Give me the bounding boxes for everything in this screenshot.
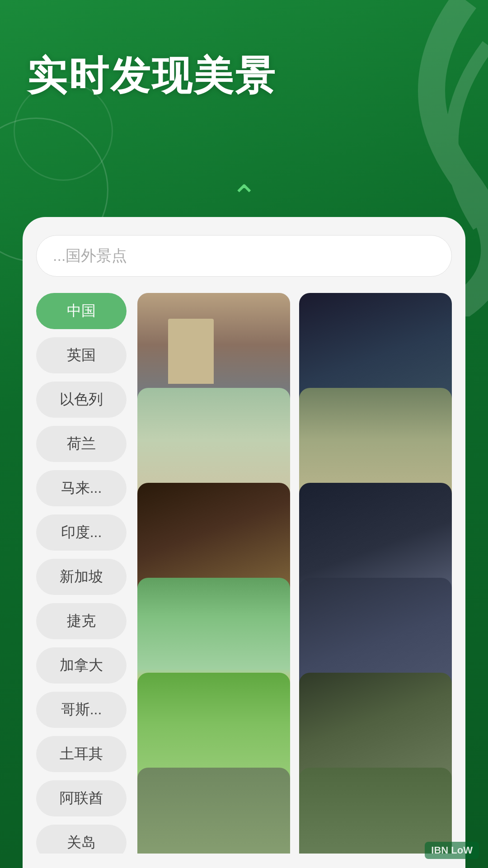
main-card: ...国外景点 中国英国以色列荷兰马来...印度...新加坡捷克加拿大哥斯...… bbox=[23, 217, 465, 868]
search-bar[interactable]: ...国外景点 bbox=[36, 235, 452, 277]
sidebar: 中国英国以色列荷兰马来...印度...新加坡捷克加拿大哥斯...土耳其阿联酋关岛… bbox=[36, 293, 127, 854]
sidebar-item-china[interactable]: 中国 bbox=[36, 293, 127, 329]
sidebar-item-canada[interactable]: 加拿大 bbox=[36, 647, 127, 684]
grid-item-bottom2[interactable] bbox=[299, 768, 452, 854]
sidebar-item-malaysia[interactable]: 马来... bbox=[36, 470, 127, 506]
watermark: IBN LoW bbox=[425, 842, 479, 859]
page-title: 实时发现美景 bbox=[0, 0, 488, 116]
sidebar-item-singapore[interactable]: 新加坡 bbox=[36, 559, 127, 595]
sidebar-item-guam[interactable]: 关岛 bbox=[36, 825, 127, 854]
sidebar-item-uk[interactable]: 英国 bbox=[36, 337, 127, 373]
scenic-grid: 尖沙咀钟楼阶梯街智慧之路中央楼梯奥林匹克桥香港文化中心中半山自动...大众广场街… bbox=[137, 293, 452, 854]
sidebar-item-israel[interactable]: 以色列 bbox=[36, 382, 127, 418]
sidebar-item-costa[interactable]: 哥斯... bbox=[36, 692, 127, 728]
grid-item-image-bottom1 bbox=[137, 768, 290, 854]
content-area: 中国英国以色列荷兰马来...印度...新加坡捷克加拿大哥斯...土耳其阿联酋关岛… bbox=[36, 293, 452, 854]
sidebar-item-uae[interactable]: 阿联酋 bbox=[36, 780, 127, 816]
sidebar-item-czech[interactable]: 捷克 bbox=[36, 603, 127, 639]
search-placeholder: ...国外景点 bbox=[53, 245, 127, 266]
chevron-up-icon: ⌃ bbox=[231, 181, 258, 212]
sidebar-item-india[interactable]: 印度... bbox=[36, 514, 127, 551]
grid-item-image-bottom2 bbox=[299, 768, 452, 854]
sidebar-item-turkey[interactable]: 土耳其 bbox=[36, 736, 127, 772]
sidebar-item-netherlands[interactable]: 荷兰 bbox=[36, 426, 127, 462]
grid-item-bottom1[interactable] bbox=[137, 768, 290, 854]
